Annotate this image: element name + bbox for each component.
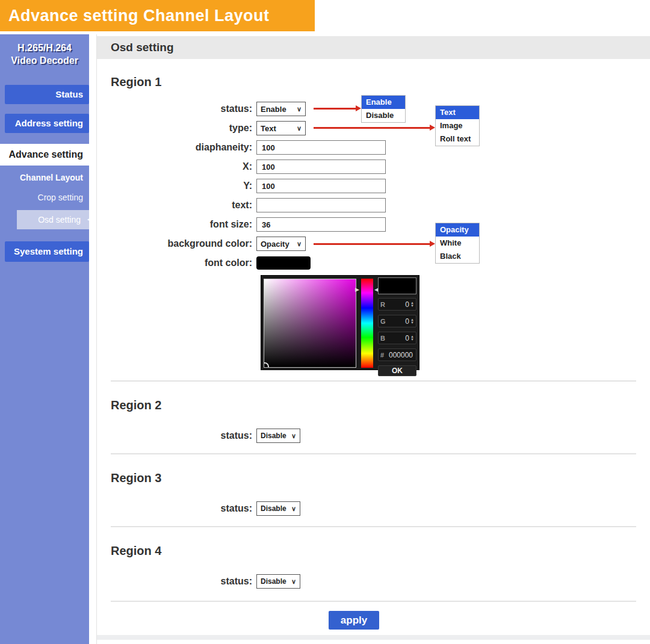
region2-status-select[interactable]: Disable ∨ [256, 429, 300, 443]
region2-status-row: status: Disable ∨ [97, 429, 650, 443]
sidebar-subitem-crop-setting[interactable]: Crop setting [0, 190, 89, 205]
page-banner-title: Advance setting Channel Layout [0, 0, 315, 31]
chevron-down-icon: ∨ [297, 240, 302, 248]
blue-channel-stepper[interactable]: ▲▼ [410, 335, 414, 341]
sidebar-subitem-channel-layout[interactable]: Channel Layout [0, 170, 89, 186]
background-color-dropdown-popup: Opacity White Black [435, 223, 480, 264]
status-dropdown-popup: Enable Disable [361, 95, 406, 123]
logo-line-2: Video Decoder [0, 54, 89, 67]
red-channel-stepper[interactable]: ▲▼ [410, 302, 414, 308]
background-option-white[interactable]: White [436, 237, 479, 250]
region3-status-value: Disable [261, 504, 286, 513]
sidebar-subitem-osd-label: Osd setting [38, 215, 81, 224]
x-label: X: [97, 161, 256, 172]
page-title: Osd setting [97, 36, 650, 59]
hex-row: # 000000 [378, 348, 416, 361]
diaphaneity-input[interactable] [256, 140, 386, 155]
chevron-down-icon: ∨ [297, 125, 302, 132]
stepper-down-icon[interactable]: ▼ [410, 305, 414, 308]
red-channel-value[interactable]: 0 [388, 300, 410, 309]
chevron-down-icon: ∨ [291, 578, 296, 586]
region1-diaphaneity-row: diaphaneity: [97, 140, 650, 155]
region1-font-color-row: font color: [97, 256, 650, 270]
apply-button[interactable]: apply [329, 611, 379, 630]
region1-text-row: text: [97, 198, 650, 212]
region4-status-select[interactable]: Disable ∨ [256, 574, 300, 589]
annotation-arrow-type [314, 127, 430, 129]
y-input[interactable] [256, 179, 386, 193]
hex-value[interactable]: 000000 [388, 351, 414, 359]
sidebar-item-system-setting[interactable]: Syestem setting [5, 241, 89, 262]
device-logo: H.265/H.264 Video Decoder [0, 42, 89, 67]
font-color-swatch[interactable] [256, 256, 311, 270]
blue-channel-label: B [380, 335, 388, 342]
status-select[interactable]: Enable ∨ [256, 102, 306, 116]
picker-controls: R 0 ▲▼ G 0 ▲▼ B 0 ▲▼ # [378, 277, 416, 376]
section-divider [111, 601, 636, 602]
color-picker-ok-button[interactable]: OK [378, 365, 416, 376]
sidebar: H.265/H.264 Video Decoder Status Address… [0, 34, 89, 644]
background-color-select[interactable]: Opacity ∨ [256, 237, 306, 251]
main-content: Osd setting Region 1 status: Enable ∨ ty… [96, 34, 650, 644]
green-channel-value[interactable]: 0 [388, 317, 410, 326]
x-input[interactable] [256, 159, 386, 174]
background-color-select-value: Opacity [261, 240, 289, 249]
region1-y-row: Y: [97, 179, 650, 193]
section-divider [111, 526, 636, 527]
region1-x-row: X: [97, 159, 650, 174]
region3-status-row: status: Disable ∨ [97, 501, 650, 516]
sidebar-item-status[interactable]: Status [5, 85, 89, 104]
hue-strip[interactable] [361, 279, 373, 368]
region2-status-value: Disable [261, 432, 286, 440]
type-select[interactable]: Text ∨ [256, 121, 306, 135]
status-label: status: [97, 104, 256, 114]
status-option-disable[interactable]: Disable [362, 109, 405, 122]
sidebar-subitem-osd-setting[interactable]: Osd setting ◀ [17, 210, 89, 229]
background-option-opacity[interactable]: Opacity [436, 223, 479, 237]
saturation-cursor[interactable] [264, 362, 269, 368]
hue-slider-left-handle-icon[interactable]: ▶ [355, 287, 359, 293]
hex-label: # [380, 351, 388, 359]
background-option-black[interactable]: Black [436, 250, 479, 263]
region1-font-size-row: font size: [97, 217, 650, 232]
sidebar-item-advance-setting[interactable]: Advance setting [0, 144, 89, 166]
active-item-pointer-icon: ◀ [87, 215, 93, 223]
y-label: Y: [97, 181, 256, 191]
annotation-arrow-background [314, 243, 430, 245]
status-option-enable[interactable]: Enable [362, 96, 405, 109]
region3-status-select[interactable]: Disable ∨ [256, 501, 300, 516]
status-select-value: Enable [261, 105, 286, 114]
logo-line-1: H.265/H.264 [0, 42, 89, 54]
stepper-down-icon[interactable]: ▼ [410, 338, 414, 341]
region4-title: Region 4 [111, 544, 650, 558]
red-channel-label: R [380, 301, 388, 308]
chevron-down-icon: ∨ [297, 105, 302, 113]
region3-title: Region 3 [111, 471, 650, 485]
text-input[interactable] [256, 198, 386, 212]
region4-status-value: Disable [261, 577, 286, 586]
font-color-label: font color: [97, 258, 256, 268]
color-picker: ▶ ◀ R 0 ▲▼ G 0 ▲▼ B [261, 275, 419, 370]
saturation-square[interactable] [264, 279, 356, 368]
chevron-down-icon: ∨ [291, 432, 296, 440]
stepper-down-icon[interactable]: ▼ [410, 321, 414, 324]
green-channel-stepper[interactable]: ▲▼ [410, 318, 414, 324]
page-bottom-strip [97, 635, 650, 640]
text-label: text: [97, 200, 256, 211]
type-option-image[interactable]: Image [436, 119, 479, 132]
region3-status-label: status: [97, 503, 256, 514]
blue-channel-row: B 0 ▲▼ [378, 332, 416, 344]
color-preview-swatch [378, 277, 416, 294]
type-label: type: [97, 123, 256, 134]
type-option-roll-text[interactable]: Roll text [436, 132, 479, 146]
region1-title: Region 1 [111, 75, 650, 89]
font-size-input[interactable] [256, 217, 386, 232]
type-option-text[interactable]: Text [436, 106, 479, 119]
sidebar-item-address-setting[interactable]: Address setting [5, 114, 89, 133]
blue-channel-value[interactable]: 0 [388, 334, 410, 342]
font-size-label: font size: [97, 219, 256, 230]
section-divider [111, 453, 636, 454]
green-channel-row: G 0 ▲▼ [378, 315, 416, 327]
region4-status-row: status: Disable ∨ [97, 574, 650, 589]
region2-status-label: status: [97, 430, 256, 441]
